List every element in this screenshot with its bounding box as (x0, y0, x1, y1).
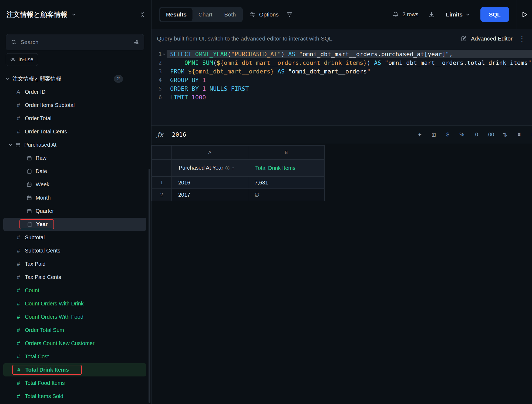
sql-line-text: ORDER BY 1 NULLS FIRST (167, 84, 532, 93)
chevron-down-icon (71, 12, 76, 17)
sql-button[interactable]: SQL (480, 7, 509, 22)
align-right-icon[interactable]: ≡ (530, 132, 532, 138)
field-item-quarter[interactable]: Quarter (3, 204, 146, 218)
field-item-raw[interactable]: Raw (3, 152, 146, 165)
sql-line-1[interactable]: 1SELECT OMNI_YEAR("PURCHASED_AT") AS "om… (151, 50, 532, 58)
field-item-year[interactable]: Year (3, 218, 146, 231)
filter-sliders-icon[interactable] (134, 39, 139, 45)
chevron-down-icon[interactable] (8, 143, 13, 147)
tab-results[interactable]: Results (160, 8, 193, 21)
field-type-number-icon: # (16, 274, 21, 280)
sort-icon[interactable]: ⇅ (502, 132, 508, 138)
advanced-editor-button[interactable]: Advanced Editor (461, 35, 513, 42)
field-item-order-total-cents[interactable]: #Order Total Cents (3, 125, 146, 138)
row-number[interactable]: 2 (152, 189, 172, 201)
field-item-total-cost[interactable]: #Total Cost (3, 350, 146, 363)
field-item-date[interactable]: Date (3, 165, 146, 178)
toolbar-right: 2 rows Limits SQL (392, 0, 532, 29)
info-icon[interactable]: ⓘ (225, 166, 230, 170)
field-type-date-icon (27, 222, 32, 227)
table-corner-cell[interactable] (152, 146, 172, 160)
field-item-order-total[interactable]: #Order Total (3, 112, 146, 125)
field-item-purchased-at[interactable]: Purchased At (3, 138, 146, 152)
header-gutter-cell (152, 160, 172, 177)
field-item-count-orders-with-food[interactable]: #Count Orders With Food (3, 310, 146, 324)
field-label: Count Orders With Food (25, 314, 83, 320)
field-item-order-total-sum[interactable]: #Order Total Sum (3, 324, 146, 337)
formula-value[interactable]: 2016 (172, 131, 186, 138)
column-header-label: Total Drink Items (255, 165, 295, 171)
sql-line-3[interactable]: 3FROM ${omni_dbt_mart__orders} AS "omni_… (151, 67, 532, 76)
field-item-tax-paid-cents[interactable]: #Tax Paid Cents (3, 271, 146, 284)
row-number[interactable]: 1 (152, 177, 172, 189)
insert-column-icon[interactable]: ⊞ (430, 132, 437, 138)
field-item-total-food-items[interactable]: #Total Food Items (3, 376, 146, 390)
sql-line-5[interactable]: 5ORDER BY 1 NULLS FIRST (151, 84, 532, 93)
run-query-button[interactable] (517, 11, 532, 19)
download-icon[interactable] (428, 11, 435, 18)
limits-dropdown[interactable]: Limits (446, 11, 470, 18)
field-type-date-icon (15, 142, 21, 147)
sort-asc-icon[interactable]: ↑ (232, 165, 235, 171)
sql-query-panel: Query built from UI, switch to the advan… (151, 29, 532, 126)
sql-line-2[interactable]: 2 OMNI_SUM(${omni_dbt_mart__orders.count… (151, 58, 532, 67)
field-label: Order Items Subtotal (25, 102, 75, 108)
table-cell[interactable]: ∅ (248, 189, 325, 201)
increase-decimal-icon[interactable]: .00 (487, 132, 494, 138)
align-left-icon[interactable]: ≡ (516, 132, 522, 138)
ai-sparkle-icon[interactable]: ✦ (416, 132, 423, 138)
filter-icon[interactable] (286, 11, 293, 18)
row-count: 2 rows (402, 11, 418, 18)
field-group-root[interactable]: 注文情報と顧客情報 2 (3, 72, 146, 85)
fold-toggle-icon[interactable] (162, 52, 167, 56)
field-item-count[interactable]: #Count (3, 284, 146, 297)
field-type-date-icon (26, 156, 32, 161)
field-type-number-icon: # (16, 380, 21, 386)
table-cell[interactable]: 7,631 (248, 177, 325, 189)
topic-title: 注文情報と顧客情報 (6, 10, 68, 19)
column-letter-b[interactable]: B (248, 146, 325, 160)
field-item-subtotal-cents[interactable]: #Subtotal Cents (3, 244, 146, 257)
percent-format-icon[interactable]: % (459, 132, 465, 138)
sql-line-6[interactable]: 6LIMIT 1000 (151, 93, 532, 102)
kebab-menu-icon[interactable]: ⋮ (516, 35, 528, 43)
field-item-orders-count-new-customer[interactable]: #Orders Count New Customer (3, 337, 146, 350)
search-input[interactable] (21, 39, 130, 45)
in-use-filter-chip[interactable]: In-use (6, 53, 38, 66)
field-label: Count (25, 287, 39, 294)
currency-format-icon[interactable]: $ (445, 132, 451, 138)
column-header-purchased-at-year[interactable]: Purchased At Yearⓘ↑ (172, 160, 248, 177)
field-item-subtotal[interactable]: #Subtotal (3, 231, 146, 244)
column-header-total-drink-items[interactable]: Total Drink Items (248, 160, 325, 177)
collapse-all-icon[interactable] (139, 12, 145, 18)
field-item-week[interactable]: Week (3, 178, 146, 191)
table-cell[interactable]: 2017 (172, 189, 248, 201)
field-label: Orders Count New Customer (25, 340, 95, 346)
field-item-count-orders-with-drink[interactable]: #Count Orders With Drink (3, 297, 146, 310)
options-button[interactable]: Options (249, 11, 278, 18)
formula-bar: ƒx 2016 ✦⊞$%.0.00⇅≡≡ (151, 126, 532, 144)
sidebar-scrollbar[interactable] (149, 169, 150, 403)
results-table: A B Purchased At Yearⓘ↑ Total Drink Item… (151, 145, 325, 201)
field-label: Date (36, 168, 47, 174)
decrease-decimal-icon[interactable]: .0 (473, 132, 479, 138)
search-box[interactable] (6, 34, 144, 50)
tab-both[interactable]: Both (218, 8, 242, 21)
column-letter-a[interactable]: A (172, 146, 248, 160)
sidebar: 注文情報と顧客情報 In-use (0, 0, 151, 404)
bell-icon[interactable] (392, 11, 399, 18)
tab-chart[interactable]: Chart (193, 8, 218, 21)
field-item-month[interactable]: Month (3, 191, 146, 204)
field-item-order-id[interactable]: AOrder ID (3, 85, 146, 99)
field-item-order-items-subtotal[interactable]: #Order Items Subtotal (3, 99, 146, 112)
field-item-tax-paid[interactable]: #Tax Paid (3, 257, 146, 271)
field-item-total-items-sold[interactable]: #Total Items Sold (3, 390, 146, 403)
chevron-down-icon[interactable] (5, 76, 10, 81)
field-type-number-icon: # (16, 327, 21, 333)
table-cell[interactable]: 2016 (172, 177, 248, 189)
field-type-number-icon: # (16, 354, 21, 360)
topic-picker[interactable]: 注文情報と顧客情報 (6, 10, 76, 19)
field-item-total-drink-items[interactable]: #Total Drink Items (3, 363, 146, 376)
sql-line-4[interactable]: 4GROUP BY 1 (151, 76, 532, 84)
line-number: 1 (151, 51, 162, 57)
